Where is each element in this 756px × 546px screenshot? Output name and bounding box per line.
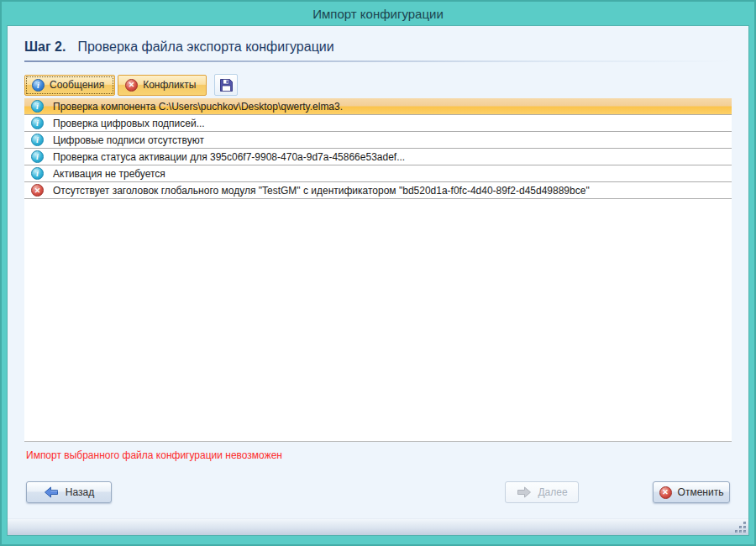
step-number: Шаг 2.: [24, 39, 66, 54]
step-heading: Шаг 2.Проверка файла экспорта конфигурац…: [24, 39, 732, 55]
wizard-panel: Шаг 2.Проверка файла экспорта конфигурац…: [7, 25, 749, 536]
window-title: Импорт конфигурации: [312, 7, 444, 21]
resize-grip-icon[interactable]: [735, 522, 746, 533]
message-row[interactable]: i Цифровые подписи отсутствуют: [24, 132, 732, 149]
arrow-left-icon: [44, 486, 60, 498]
tab-conflicts-label: Конфликты: [143, 79, 196, 91]
back-button[interactable]: Назад: [26, 481, 112, 503]
message-text: Активация не требуется: [53, 168, 165, 180]
back-button-label: Назад: [66, 486, 94, 498]
status-bar: [8, 518, 748, 535]
floppy-disk-icon: [219, 78, 234, 92]
next-button-label: Далее: [538, 486, 567, 498]
message-row[interactable]: i Проверка цифровых подписей...: [24, 115, 732, 132]
message-row-error[interactable]: ✕ Отсутствует заголовок глобального моду…: [24, 182, 732, 199]
message-row[interactable]: i Проверка статуса активации для 395c06f…: [24, 149, 732, 165]
step-title: Проверка файла экспорта конфигурации: [77, 39, 333, 54]
info-icon: i: [31, 117, 44, 129]
message-row[interactable]: i Активация не требуется: [24, 165, 732, 182]
cancel-button-label: Отменить: [678, 486, 724, 498]
info-icon: i: [32, 79, 45, 92]
save-button[interactable]: [214, 74, 238, 96]
info-icon: i: [31, 150, 44, 163]
info-icon: i: [31, 134, 44, 146]
next-button-disabled: Далее: [505, 481, 579, 503]
cancel-x-icon: ✕: [659, 486, 672, 499]
tab-messages[interactable]: i Сообщения: [24, 75, 115, 96]
message-text: Проверка цифровых подписей...: [53, 118, 205, 129]
arrow-right-icon: [516, 486, 532, 498]
window-titlebar[interactable]: Импорт конфигурации: [2, 2, 754, 25]
message-row[interactable]: i Проверка компонента C:\Users\puchkov\D…: [24, 98, 732, 115]
wizard-buttons: Назад Далее ✕ Отменить: [24, 481, 732, 505]
error-icon: ✕: [31, 184, 44, 197]
cancel-button[interactable]: ✕ Отменить: [653, 481, 730, 503]
import-impossible-status: Импорт выбранного файла конфигурации нев…: [26, 449, 732, 461]
info-icon: i: [31, 100, 44, 113]
info-icon: i: [31, 167, 44, 180]
error-icon: ✕: [125, 79, 138, 92]
message-text: Отсутствует заголовок глобального модуля…: [53, 185, 590, 197]
tab-conflicts[interactable]: ✕ Конфликты: [118, 75, 207, 96]
heading-divider: [24, 60, 732, 62]
message-text: Проверка статуса активации для 395c06f7-…: [53, 151, 405, 163]
message-toolbar: i Сообщения ✕ Конфликты: [24, 74, 748, 96]
message-list[interactable]: i Проверка компонента C:\Users\puchkov\D…: [24, 98, 732, 442]
tab-messages-label: Сообщения: [50, 79, 104, 91]
message-text: Цифровые подписи отсутствуют: [53, 134, 204, 146]
import-configuration-window: Импорт конфигурации Шаг 2.Проверка файла…: [0, 0, 756, 546]
message-text: Проверка компонента C:\Users\puchkov\Des…: [53, 101, 343, 113]
